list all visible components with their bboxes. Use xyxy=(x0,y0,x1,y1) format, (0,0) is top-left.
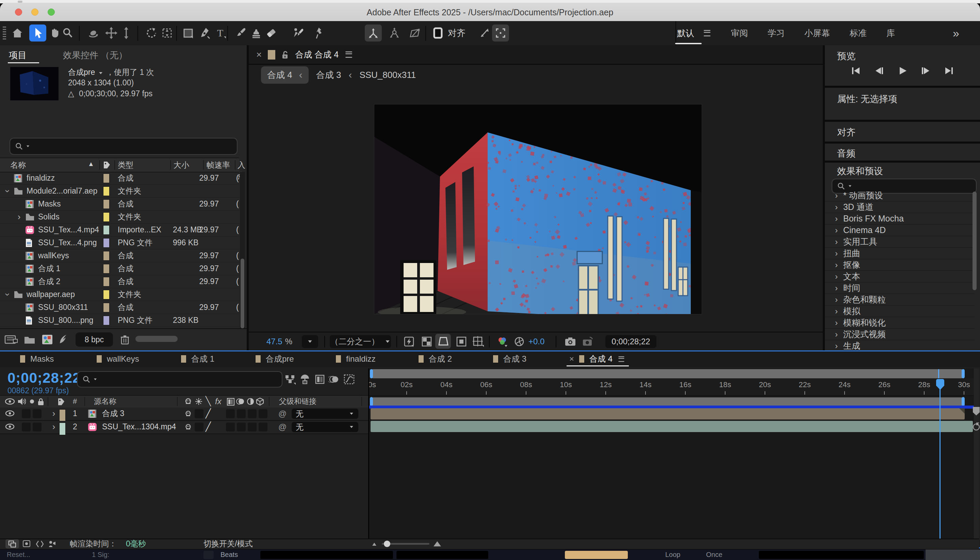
label-swatch[interactable] xyxy=(103,225,110,235)
search-options-icon[interactable] xyxy=(27,146,29,147)
close-icon[interactable]: × xyxy=(256,49,262,60)
workspace-tab-1[interactable]: 默认 xyxy=(677,26,711,40)
fx-column-icon[interactable]: fx xyxy=(215,396,222,407)
brush-tool[interactable] xyxy=(232,25,249,42)
frame-blend-toggle[interactable] xyxy=(237,423,246,432)
column-name[interactable]: 名称 xyxy=(10,160,26,170)
dolly-camera-tool[interactable] xyxy=(118,25,135,42)
zoom-in-icon[interactable] xyxy=(433,539,442,548)
label-swatch[interactable] xyxy=(103,187,110,196)
effect-category[interactable]: ›杂色和颗粒 xyxy=(825,294,975,305)
timeline-search-input[interactable] xyxy=(77,371,282,388)
layer-label-swatch[interactable] xyxy=(59,423,66,435)
tab-project[interactable]: 项目 xyxy=(9,49,27,61)
tab-effect-controls[interactable]: 效果控件 （无） xyxy=(63,49,127,61)
toggle-switches-modes-button[interactable]: 切换开关/模式 xyxy=(203,539,252,548)
last-frame-button[interactable] xyxy=(941,65,957,77)
layer-duration-bar[interactable] xyxy=(370,408,965,420)
crumb-current[interactable]: 合成 4 ‹ xyxy=(261,66,308,84)
zoom-level[interactable]: 47.5 % xyxy=(267,332,292,350)
effect-category[interactable]: ›Boris FX Mocha xyxy=(825,213,975,225)
parent-dropdown[interactable]: 无 xyxy=(292,422,358,432)
navigator-end-handle[interactable] xyxy=(962,369,965,378)
item-name[interactable]: SSU_Tex...4.mp4 xyxy=(38,223,99,236)
effect-toggle[interactable] xyxy=(226,409,235,418)
local-axis-mode-button[interactable] xyxy=(365,25,382,42)
mask-visibility-icon[interactable] xyxy=(435,334,451,349)
align-panel-title[interactable]: 对齐 xyxy=(837,126,855,138)
label-swatch[interactable] xyxy=(103,316,110,325)
draft-3d-icon[interactable] xyxy=(298,373,312,386)
workspace-tab-5[interactable]: 标准 xyxy=(850,26,867,40)
pan-camera-tool[interactable] xyxy=(103,25,120,42)
viewer-tab[interactable]: × 合成 合成 4 xyxy=(249,45,823,65)
project-search-input[interactable] xyxy=(10,138,238,155)
timeline-tab-合成 4[interactable]: ×合成 4 xyxy=(569,352,625,367)
workspace-tab-4[interactable]: 小屏幕 xyxy=(804,26,830,40)
scrollbar-thumb[interactable] xyxy=(240,258,244,328)
layer-duration-bar[interactable] xyxy=(370,421,973,432)
project-horizontal-scrollbar[interactable] xyxy=(135,336,178,342)
project-row[interactable]: SSU_800x311合成29.97( xyxy=(0,301,239,314)
item-name[interactable]: wallKeys xyxy=(38,249,69,262)
label-column-icon[interactable] xyxy=(57,397,65,408)
label-swatch[interactable] xyxy=(103,238,110,248)
frame-blending-icon[interactable] xyxy=(313,373,327,386)
effect-category[interactable]: ›时间 xyxy=(825,282,975,294)
project-row[interactable]: 合成 2合成29.97( xyxy=(0,275,239,288)
preview-name-dropdown-icon[interactable] xyxy=(99,72,102,74)
zoom-tool[interactable] xyxy=(59,25,76,42)
effect-category[interactable]: ›Cinema 4D xyxy=(825,225,975,236)
view-axis-mode-button[interactable] xyxy=(407,25,424,42)
orbit-camera-tool[interactable] xyxy=(85,25,102,42)
tab-menu-icon[interactable] xyxy=(618,356,624,362)
shy-toggle-icon[interactable] xyxy=(184,410,193,422)
timeline-tab-合成 3[interactable]: 合成 3 xyxy=(493,352,527,367)
workspace-tab-6[interactable]: 库 xyxy=(887,26,895,40)
effect-category[interactable]: ›* 动画预设 xyxy=(825,190,975,202)
project-row[interactable]: wallKeys合成29.97( xyxy=(0,249,239,262)
item-name[interactable]: SSU_800....png xyxy=(38,314,93,327)
motion-blur-toggle[interactable] xyxy=(248,409,257,418)
audio-toggle[interactable] xyxy=(22,423,31,432)
timeline-tab-Masks[interactable]: Masks xyxy=(20,352,54,367)
expand-chevron-icon[interactable]: › xyxy=(2,188,14,195)
grid-guides-icon[interactable] xyxy=(471,334,486,349)
audio-column-icon[interactable] xyxy=(17,397,26,408)
item-name[interactable]: finaldizz xyxy=(27,172,55,184)
shy-toggle-icon[interactable] xyxy=(184,423,193,435)
quill-icon[interactable] xyxy=(55,332,71,347)
comp-marker-bin-icon[interactable] xyxy=(972,406,980,416)
project-row[interactable]: finaldizz合成29.97( xyxy=(0,172,239,185)
home-icon[interactable] xyxy=(9,25,26,42)
mini-flowchart-icon[interactable] xyxy=(283,373,297,386)
sort-ascending-icon[interactable]: ▲ xyxy=(88,160,94,168)
composition-viewport[interactable] xyxy=(374,105,702,314)
zoom-out-icon[interactable] xyxy=(371,539,378,548)
item-name[interactable]: SSU_800x311 xyxy=(38,301,88,314)
new-composition-icon[interactable] xyxy=(40,332,55,347)
quality-toggle-icon[interactable]: ╱ xyxy=(205,421,211,433)
project-row[interactable]: ›Solids文件夹 xyxy=(0,211,239,223)
timeline-track-area[interactable]: 0:00s02s04s06s08s10s12s14s16s18s20s22s24… xyxy=(369,368,974,548)
parent-pickwhip-icon[interactable]: @ xyxy=(278,421,287,433)
unlock-icon[interactable] xyxy=(282,50,289,60)
effects-presets-panel-title[interactable]: 效果和预设 xyxy=(837,165,883,177)
item-name[interactable]: Masks xyxy=(38,198,60,210)
rotation-tool[interactable] xyxy=(142,25,159,42)
transparency-grid-icon[interactable] xyxy=(419,334,435,349)
effects-scrollbar-thumb[interactable] xyxy=(973,192,977,290)
exposure-icon[interactable] xyxy=(512,334,527,349)
new-folder-icon[interactable] xyxy=(22,332,37,347)
zoom-dropdown-button[interactable] xyxy=(302,335,318,348)
timeline-tab-合成 2[interactable]: 合成 2 xyxy=(418,352,452,367)
pan-behind-tool[interactable] xyxy=(158,25,176,42)
lock-column-icon[interactable] xyxy=(37,397,45,408)
next-frame-button[interactable] xyxy=(918,65,933,77)
toggle-modes-pane-icon[interactable] xyxy=(22,539,31,548)
navigator-start-handle[interactable] xyxy=(370,369,373,378)
channel-icon[interactable] xyxy=(495,334,510,349)
item-name[interactable]: Solids xyxy=(38,211,60,223)
project-row[interactable]: 合成 1合成29.97( xyxy=(0,262,239,275)
roto-brush-tool[interactable] xyxy=(290,25,307,42)
